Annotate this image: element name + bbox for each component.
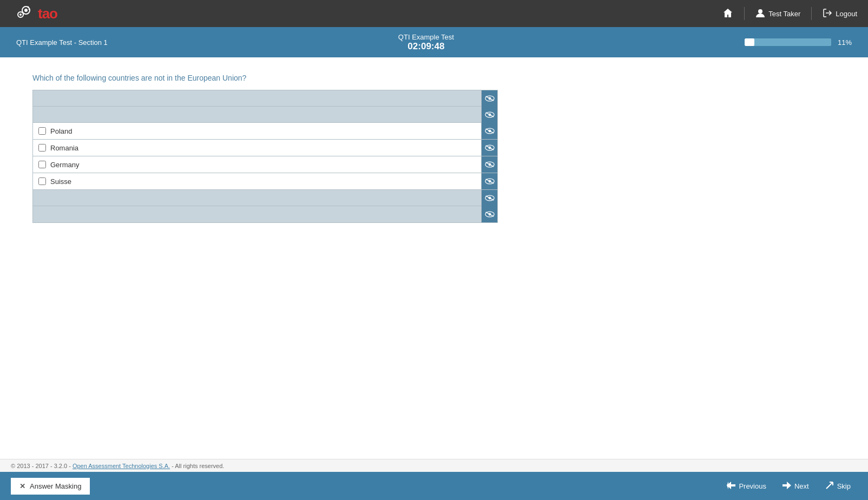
choice-row-poland: Poland	[33, 123, 497, 140]
eye-icon-masked-4	[485, 211, 495, 218]
eye-button-poland[interactable]	[481, 123, 497, 139]
next-label: Next	[794, 482, 809, 490]
eye-button-germany[interactable]	[481, 156, 497, 173]
logout-button[interactable]: Logout	[823, 8, 857, 19]
eye-button-masked-3[interactable]	[481, 190, 497, 206]
tao-logo-icon	[11, 3, 35, 24]
svg-marker-33	[782, 482, 791, 489]
svg-marker-32	[727, 482, 728, 489]
masking-close-icon: ✕	[19, 482, 25, 490]
eye-button-masked-4[interactable]	[481, 206, 497, 222]
svg-point-6	[758, 9, 762, 14]
copyright-suffix: - All rights reserved.	[170, 463, 224, 469]
svg-line-24	[485, 179, 494, 183]
masked-row-2	[33, 107, 497, 123]
masked-cell-3	[33, 195, 481, 201]
svg-point-5	[29, 9, 30, 10]
checkbox-germany[interactable]	[38, 161, 46, 168]
svg-point-4	[28, 6, 29, 8]
svg-line-18	[485, 146, 494, 150]
previous-button[interactable]: Previous	[720, 478, 773, 494]
next-button[interactable]: Next	[776, 478, 816, 494]
choice-label-suisse: Suisse	[50, 177, 71, 186]
footer-navigation: Previous Next Skip	[720, 478, 857, 495]
svg-line-21	[485, 162, 494, 167]
user-label: Test Taker	[768, 10, 800, 18]
masked-row-1	[33, 90, 497, 107]
skip-icon	[825, 481, 834, 491]
footer-bar: ✕ Answer Masking Previous Next	[0, 472, 868, 500]
answer-masking-button[interactable]: ✕ Answer Masking	[11, 478, 90, 495]
choice-label-romania: Romania	[50, 144, 78, 152]
svg-point-3	[19, 14, 22, 16]
choice-label-germany: Germany	[50, 161, 79, 169]
logo: tao	[11, 3, 57, 24]
nav-right: Test Taker Logout	[722, 7, 857, 20]
copyright-link[interactable]: Open Assessment Technologies S.A.	[73, 463, 170, 469]
eye-button-masked-2[interactable]	[481, 107, 497, 123]
timer-display: 02:09:48	[398, 41, 454, 52]
eye-icon-masked-1	[485, 95, 495, 102]
home-icon	[722, 8, 733, 20]
choice-row-germany: Germany	[33, 156, 497, 173]
user-icon	[755, 8, 765, 19]
previous-icon	[727, 482, 735, 491]
choice-cell-romania: Romania	[33, 141, 481, 155]
svg-line-9	[485, 96, 494, 100]
nav-divider-2	[811, 7, 812, 20]
home-button[interactable]	[722, 8, 733, 20]
svg-line-30	[485, 212, 494, 216]
eye-button-suisse[interactable]	[481, 173, 497, 189]
section-title: QTI Example Test - Section 1	[16, 38, 108, 47]
masked-row-4	[33, 206, 497, 222]
progress-fill	[745, 38, 754, 46]
eye-button-masked-1[interactable]	[481, 90, 497, 107]
test-name: QTI Example Test	[398, 33, 454, 41]
choice-cell-germany: Germany	[33, 157, 481, 172]
masked-row-3	[33, 190, 497, 206]
progress-section: 11%	[745, 38, 852, 47]
answer-table: Poland Romania	[32, 90, 498, 223]
header-bar: QTI Example Test - Section 1 QTI Example…	[0, 27, 868, 57]
eye-icon-germany	[485, 161, 495, 168]
timer-section: QTI Example Test 02:09:48	[398, 33, 454, 52]
eye-icon-romania	[485, 144, 495, 151]
svg-line-15	[485, 129, 494, 133]
choice-label-poland: Poland	[50, 127, 72, 135]
top-navigation: tao Test Taker	[0, 0, 868, 27]
previous-label: Previous	[739, 482, 766, 490]
svg-line-12	[485, 112, 494, 116]
eye-icon-suisse	[485, 178, 495, 185]
choice-row-romania: Romania	[33, 140, 497, 156]
masked-cell-1	[33, 95, 481, 102]
logo-tao-text: tao	[38, 5, 57, 22]
masked-cell-4	[33, 211, 481, 218]
svg-point-1	[24, 9, 28, 12]
nav-divider	[744, 7, 745, 20]
eye-button-romania[interactable]	[481, 140, 497, 156]
choice-cell-suisse: Suisse	[33, 174, 481, 189]
masked-cell-2	[33, 111, 481, 118]
svg-line-27	[485, 195, 494, 200]
next-icon	[782, 482, 791, 491]
question-text: Which of the following countries are not…	[32, 74, 836, 82]
checkbox-suisse[interactable]	[38, 177, 46, 185]
test-taker-button[interactable]: Test Taker	[755, 8, 800, 19]
main-content: Which of the following countries are not…	[0, 57, 868, 239]
copyright-bar: © 2013 - 2017 - 3.2.0 - Open Assessment …	[0, 459, 868, 472]
progress-bar	[745, 38, 831, 46]
copyright-text: © 2013 - 2017 - 3.2.0 - Open Assessment …	[11, 463, 224, 469]
checkbox-romania[interactable]	[38, 144, 46, 152]
eye-icon-masked-2	[485, 111, 495, 118]
eye-icon-masked-3	[485, 195, 495, 201]
skip-label: Skip	[837, 482, 851, 490]
checkbox-poland[interactable]	[38, 127, 46, 135]
copyright-prefix: © 2013 - 2017 - 3.2.0 -	[11, 463, 73, 469]
choice-row-suisse: Suisse	[33, 173, 497, 190]
skip-button[interactable]: Skip	[819, 478, 857, 495]
eye-icon-poland	[485, 128, 495, 134]
answer-masking-label: Answer Masking	[30, 482, 81, 490]
logout-icon	[823, 8, 832, 19]
choice-cell-poland: Poland	[33, 124, 481, 139]
logout-label: Logout	[836, 10, 857, 18]
